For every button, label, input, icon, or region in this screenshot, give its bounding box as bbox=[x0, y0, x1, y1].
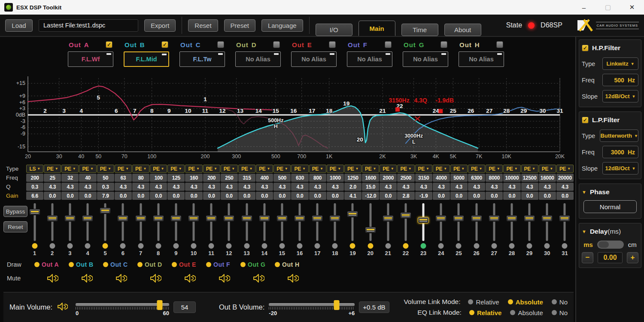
band-indicator-dot[interactable] bbox=[438, 243, 444, 249]
band-slider-13[interactable]: 13 bbox=[238, 202, 255, 257]
eq-q-cell-band-25[interactable]: 4.3 bbox=[450, 183, 468, 191]
slider-handle[interactable] bbox=[82, 215, 93, 222]
slider-handle[interactable] bbox=[418, 217, 429, 223]
out-b-volume-value[interactable]: +0.5 dB bbox=[359, 301, 389, 313]
channel-alias-box[interactable]: F.L.Wf bbox=[68, 51, 113, 67]
slider-handle[interactable] bbox=[64, 215, 76, 222]
eq-gain-cell-band-14[interactable]: 0.0 bbox=[256, 192, 273, 200]
eq-gain-cell-band-8[interactable]: 0.0 bbox=[150, 192, 167, 200]
eq-type-cell-band-4[interactable]: PE▼ bbox=[79, 165, 96, 173]
eq-q-cell-band-29[interactable]: 4.3 bbox=[521, 183, 538, 191]
lp-type-dropdown[interactable]: Butterworth▼ bbox=[600, 129, 638, 142]
section-caret-icon[interactable]: ▼ bbox=[582, 229, 586, 234]
mute-button-f[interactable] bbox=[212, 273, 236, 283]
hp-freq-input[interactable]: 500Hz bbox=[602, 74, 638, 86]
eq-type-cell-band-22[interactable]: PE▼ bbox=[397, 165, 414, 173]
eq-type-cell-band-9[interactable]: PE▼ bbox=[167, 165, 185, 173]
language-button[interactable]: Language bbox=[261, 19, 303, 32]
band-slider-26[interactable]: 26 bbox=[468, 202, 485, 257]
eq-gain-cell-band-26[interactable]: 0.0 bbox=[468, 192, 485, 200]
band-slider-5[interactable]: 5 bbox=[97, 202, 114, 257]
band-slider-25[interactable]: 25 bbox=[450, 202, 468, 257]
slider-handle[interactable] bbox=[312, 215, 323, 222]
eq-gain-cell-band-23[interactable]: -1.9 bbox=[415, 192, 432, 200]
eq-type-cell-band-13[interactable]: PE▼ bbox=[238, 165, 255, 173]
reset-eq-button[interactable]: Reset bbox=[3, 221, 27, 232]
band-indicator-dot[interactable] bbox=[562, 243, 568, 249]
eq-gain-cell-band-9[interactable]: 0.0 bbox=[167, 192, 185, 200]
out-b-volume-handle[interactable] bbox=[334, 300, 340, 310]
mute-button-h[interactable] bbox=[281, 273, 305, 283]
band-indicator-dot[interactable] bbox=[332, 243, 338, 249]
eq-q-cell-band-23[interactable]: 4.3 bbox=[415, 183, 432, 191]
eq-gain-cell-band-4[interactable]: 0.0 bbox=[79, 192, 96, 200]
eq-gain-cell-band-21[interactable]: 0.0 bbox=[380, 192, 397, 200]
eq-q-cell-band-24[interactable]: 4.3 bbox=[433, 183, 450, 191]
band-indicator-dot[interactable] bbox=[209, 243, 214, 249]
slider-handle[interactable] bbox=[524, 215, 535, 222]
slider-handle[interactable] bbox=[471, 215, 482, 222]
delay-unit-cm[interactable]: cm bbox=[628, 241, 637, 248]
eq-q-cell-band-22[interactable]: 4.3 bbox=[397, 183, 414, 191]
band-slider-31[interactable]: 31 bbox=[556, 202, 574, 257]
main-volume-handle[interactable] bbox=[157, 300, 163, 310]
band-indicator-dot[interactable] bbox=[155, 243, 161, 249]
band-indicator-dot[interactable] bbox=[173, 243, 179, 249]
band-slider-19[interactable]: 19 bbox=[344, 202, 361, 257]
slider-handle[interactable] bbox=[541, 215, 553, 222]
band-slider-30[interactable]: 30 bbox=[538, 202, 556, 257]
channel-enable-checkbox[interactable] bbox=[217, 41, 224, 48]
eq-freq-cell-band-30[interactable]: 16000 bbox=[539, 174, 556, 182]
eq-q-cell-band-5[interactable]: 0.3 bbox=[97, 183, 114, 191]
preset-button[interactable]: Preset bbox=[224, 19, 255, 32]
close-button[interactable]: ✕ bbox=[620, 0, 644, 15]
band-slider-18[interactable]: 18 bbox=[326, 202, 344, 257]
eq-gain-cell-band-18[interactable]: 0.0 bbox=[327, 192, 344, 200]
eq-gain-cell-band-22[interactable]: 2.8 bbox=[397, 192, 414, 200]
eq-freq-cell-band-25[interactable]: 5000 bbox=[450, 174, 468, 182]
eq-type-cell-band-20[interactable]: PE▼ bbox=[362, 165, 379, 173]
draw-toggle-e[interactable]: Out E bbox=[172, 261, 206, 268]
eq-freq-cell-band-23[interactable]: 3150 bbox=[415, 174, 432, 182]
eq-freq-cell-band-14[interactable]: 400 bbox=[256, 174, 273, 182]
out-b-volume-track[interactable] bbox=[269, 303, 355, 306]
band-indicator-dot[interactable] bbox=[544, 243, 550, 249]
slider-handle[interactable] bbox=[47, 215, 58, 222]
eq-gain-cell-band-5[interactable]: 7.9 bbox=[97, 192, 114, 200]
slider-handle[interactable] bbox=[453, 215, 464, 222]
eq-freq-cell-band-16[interactable]: 630 bbox=[291, 174, 308, 182]
out-b-volume-slider[interactable]: -20 +6 bbox=[269, 299, 355, 316]
eq-gain-cell-band-1[interactable]: 6.6 bbox=[26, 192, 43, 200]
eq-gain-cell-band-10[interactable]: 0.0 bbox=[185, 192, 202, 200]
channel-enable-checkbox[interactable] bbox=[440, 41, 447, 48]
reset-button[interactable]: Reset bbox=[188, 19, 218, 32]
eq-q-cell-band-1[interactable]: 0.3 bbox=[26, 183, 43, 191]
slider-handle[interactable] bbox=[276, 215, 288, 222]
bypass-button[interactable]: Bypass bbox=[3, 206, 27, 217]
eq-type-cell-band-1[interactable]: LS▼ bbox=[26, 165, 43, 173]
slider-handle[interactable] bbox=[153, 215, 164, 222]
eq-q-cell-band-31[interactable]: 4.3 bbox=[556, 183, 574, 191]
eq-type-cell-band-19[interactable]: PE▼ bbox=[344, 165, 361, 173]
slider-handle[interactable] bbox=[170, 215, 182, 222]
channel-alias-box[interactable]: No Alias bbox=[403, 51, 448, 67]
slider-handle[interactable] bbox=[559, 215, 570, 222]
band-slider-4[interactable]: 4 bbox=[79, 202, 96, 257]
channel-enable-checkbox[interactable]: ✓ bbox=[161, 41, 168, 48]
eq-link-option-no[interactable]: No bbox=[552, 309, 568, 316]
eq-type-cell-band-5[interactable]: PE▼ bbox=[97, 165, 114, 173]
eq-q-cell-band-17[interactable]: 4.3 bbox=[309, 183, 326, 191]
eq-freq-cell-band-17[interactable]: 800 bbox=[309, 174, 326, 182]
tab-about[interactable]: About bbox=[444, 24, 481, 36]
slider-handle[interactable] bbox=[294, 215, 305, 222]
eq-type-cell-band-10[interactable]: PE▼ bbox=[185, 165, 202, 173]
draw-toggle-c[interactable]: Out C bbox=[103, 261, 137, 268]
band-slider-27[interactable]: 27 bbox=[485, 202, 503, 257]
eq-q-cell-band-7[interactable]: 4.3 bbox=[132, 183, 149, 191]
delay-increment-button[interactable]: + bbox=[627, 252, 638, 263]
eq-gain-cell-band-15[interactable]: 0.0 bbox=[273, 192, 291, 200]
eq-gain-cell-band-3[interactable]: 0.0 bbox=[61, 192, 79, 200]
band-slider-20[interactable]: 20 bbox=[361, 202, 379, 257]
eq-gain-cell-band-25[interactable]: 0.0 bbox=[450, 192, 468, 200]
eq-gain-cell-band-29[interactable]: 0.0 bbox=[521, 192, 538, 200]
